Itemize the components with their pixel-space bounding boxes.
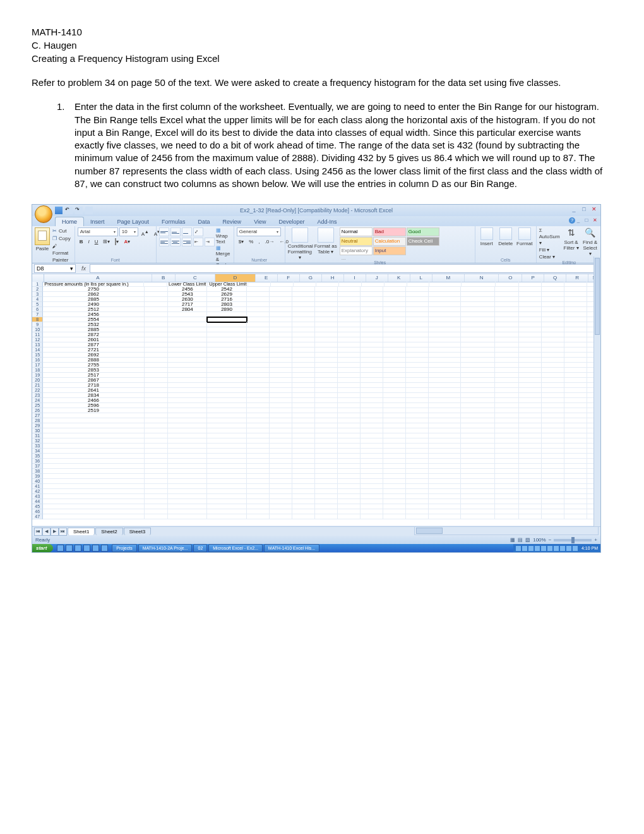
cell[interactable] <box>429 337 461 342</box>
cell[interactable] <box>315 332 338 337</box>
zoom-slider[interactable] <box>554 539 592 541</box>
cell[interactable] <box>270 403 292 408</box>
cell[interactable] <box>168 353 207 358</box>
cell[interactable] <box>270 459 292 464</box>
cell[interactable] <box>247 287 270 292</box>
cell[interactable] <box>542 449 564 454</box>
cell[interactable] <box>519 514 542 519</box>
cell[interactable] <box>461 444 495 449</box>
quicklaunch-icon[interactable] <box>75 545 81 552</box>
cell[interactable] <box>292 332 315 337</box>
start-button[interactable]: start <box>32 544 53 552</box>
cell[interactable] <box>292 408 315 413</box>
cell[interactable] <box>207 499 246 504</box>
cell[interactable] <box>429 363 461 368</box>
cell[interactable] <box>495 383 519 388</box>
row-header[interactable]: 28 <box>32 418 43 423</box>
align-center[interactable] <box>170 238 181 246</box>
cell[interactable] <box>43 489 144 494</box>
row-header[interactable]: 37 <box>32 464 43 469</box>
cell[interactable] <box>247 418 270 423</box>
cell[interactable] <box>247 428 270 433</box>
cell[interactable]: 2519 <box>43 408 144 413</box>
cell[interactable] <box>406 292 429 297</box>
cell[interactable] <box>542 312 564 317</box>
style-input[interactable]: Input <box>373 246 406 255</box>
cell[interactable] <box>168 317 207 322</box>
cell[interactable] <box>43 418 144 423</box>
cell[interactable] <box>270 494 292 499</box>
cell[interactable] <box>270 353 292 358</box>
cell[interactable] <box>495 499 519 504</box>
cell[interactable] <box>338 469 361 474</box>
cell[interactable] <box>542 499 564 504</box>
cell[interactable] <box>429 514 461 519</box>
cell[interactable] <box>338 499 361 504</box>
cell[interactable] <box>145 459 169 464</box>
cell[interactable] <box>361 413 383 418</box>
cell[interactable] <box>429 358 461 363</box>
cell[interactable] <box>270 479 292 484</box>
cell[interactable] <box>338 403 361 408</box>
ribbon-tab-formulas[interactable]: Formulas <box>155 217 192 226</box>
cell[interactable] <box>461 358 495 363</box>
row-header[interactable]: 23 <box>32 393 43 398</box>
cell[interactable] <box>406 464 429 469</box>
cell[interactable] <box>519 454 542 459</box>
style-explanatory-[interactable]: Explanatory ... <box>340 246 373 255</box>
style-bad[interactable]: Bad <box>373 227 406 236</box>
cell[interactable] <box>315 398 338 403</box>
cell[interactable] <box>338 489 361 494</box>
cell[interactable] <box>145 464 169 469</box>
cell[interactable] <box>270 307 292 312</box>
cell[interactable] <box>145 327 169 332</box>
cell[interactable] <box>145 494 169 499</box>
cell[interactable] <box>383 509 406 514</box>
view-normal-icon[interactable]: ▦ <box>510 537 515 543</box>
col-header-R[interactable]: R <box>566 274 588 282</box>
cell[interactable] <box>270 327 292 332</box>
cell[interactable] <box>315 378 338 383</box>
cell[interactable] <box>461 297 495 302</box>
col-header-M[interactable]: M <box>432 274 465 282</box>
cell[interactable] <box>383 479 406 484</box>
cell[interactable] <box>292 403 315 408</box>
cell[interactable] <box>247 327 270 332</box>
cell[interactable] <box>406 418 429 423</box>
cell[interactable] <box>315 363 338 368</box>
cell[interactable] <box>383 459 406 464</box>
taskbar-task[interactable]: MATH-1410-2A Proje... <box>138 544 193 552</box>
cell[interactable] <box>429 327 461 332</box>
cell[interactable] <box>519 489 542 494</box>
cell[interactable] <box>145 499 169 504</box>
cell[interactable] <box>270 368 292 373</box>
row-header[interactable]: 33 <box>32 444 43 449</box>
cell[interactable] <box>564 398 587 403</box>
cell[interactable] <box>361 287 383 292</box>
cell[interactable] <box>361 423 383 428</box>
cell[interactable] <box>315 509 338 514</box>
cell[interactable] <box>519 504 542 509</box>
cell[interactable] <box>429 459 461 464</box>
cell[interactable] <box>168 474 207 479</box>
cell[interactable] <box>43 454 144 459</box>
cell[interactable] <box>361 307 383 312</box>
row-header[interactable]: 42 <box>32 489 43 494</box>
cell[interactable] <box>270 398 292 403</box>
cell[interactable] <box>495 479 519 484</box>
cell[interactable] <box>383 408 406 413</box>
grow-font-button[interactable]: A▲ <box>140 227 151 236</box>
cell[interactable] <box>168 444 207 449</box>
autosum-button[interactable]: Σ AutoSum ▾ <box>539 227 560 246</box>
cell[interactable] <box>383 307 406 312</box>
ribbon-tab-data[interactable]: Data <box>192 217 217 226</box>
cell[interactable] <box>542 302 564 307</box>
cell[interactable] <box>564 373 587 378</box>
cell[interactable] <box>564 342 587 348</box>
cell[interactable] <box>270 438 292 444</box>
cell[interactable] <box>361 514 383 519</box>
cell[interactable] <box>168 358 207 363</box>
cell[interactable] <box>519 403 542 408</box>
cell[interactable] <box>519 433 542 438</box>
cell[interactable] <box>519 484 542 489</box>
